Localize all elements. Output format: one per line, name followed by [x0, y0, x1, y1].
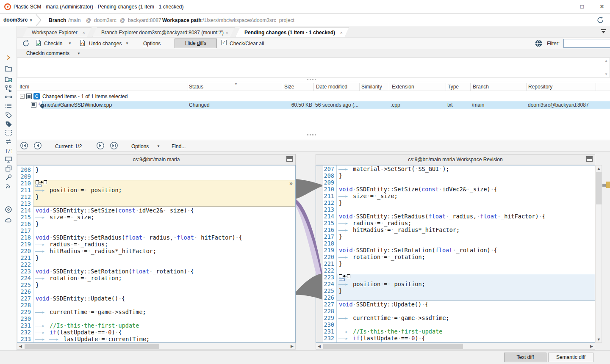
column-header-repository[interactable]: Repository: [528, 84, 552, 90]
maximize-pane-icon[interactable]: [586, 156, 593, 162]
maximize-button[interactable]: □: [573, 0, 591, 13]
check-clear-all-checkbox[interactable]: ✓: [221, 40, 227, 45]
column-header-date-modified[interactable]: Date modified: [316, 84, 347, 90]
sidebar-item-layers[interactable]: [0, 165, 17, 174]
scroll-down-icon[interactable]: ▼: [596, 336, 602, 342]
checkin-comments-header[interactable]: Checkin comments ▼: [17, 49, 610, 58]
code-line: 229currentTime·=·game->ssdTime;: [17, 309, 295, 315]
previous-diff-button[interactable]: [33, 141, 42, 150]
code-line: 219radius·=·_radius;: [17, 241, 295, 248]
options-button[interactable]: Options: [143, 41, 161, 47]
tab-branch-explorer[interactable]: Branch Explorer doom3src@backyard:8087 (…: [92, 27, 235, 37]
checkin-button[interactable]: Checkin: [44, 41, 62, 47]
scroll-right-icon[interactable]: ▶: [588, 343, 595, 349]
column-header-size[interactable]: Size: [284, 84, 294, 90]
diff-left-hscrollbar[interactable]: ◀ ▶: [17, 343, 296, 350]
tab-workspace-explorer[interactable]: Workspace Explorer×: [23, 27, 92, 37]
sidebar-item-label-filled[interactable]: [0, 121, 17, 130]
sidebar-item-list[interactable]: [0, 103, 17, 112]
column-header-status[interactable]: Status: [189, 84, 203, 90]
collapse-expander[interactable]: −: [20, 94, 25, 99]
line-number: 227: [323, 301, 337, 308]
column-separator[interactable]: [313, 83, 314, 91]
sidebar-item-wrench[interactable]: [0, 174, 17, 183]
chevron-down-icon[interactable]: ▼: [68, 41, 72, 45]
column-header-type[interactable]: Type: [448, 84, 459, 90]
sidebar-item-signal[interactable]: [0, 183, 17, 192]
diff-right-hscrollbar[interactable]: ◀ ▶: [316, 343, 595, 350]
semantic-diff-button[interactable]: Semantic diff: [548, 353, 593, 362]
first-diff-button[interactable]: [20, 141, 28, 150]
scroll-up-icon[interactable]: ▲: [604, 59, 608, 63]
column-header-item[interactable]: Item: [19, 84, 29, 90]
scroll-left-icon[interactable]: ◀: [17, 343, 24, 349]
sidebar-item-label[interactable]: [0, 112, 17, 121]
sidebar-item-monitor[interactable]: [0, 156, 17, 165]
maximize-pane-icon[interactable]: [286, 156, 293, 162]
column-separator[interactable]: [470, 83, 471, 91]
scroll-down-icon[interactable]: ▼: [604, 72, 608, 76]
splitter-grip[interactable]: [307, 79, 317, 80]
column-separator[interactable]: [188, 83, 188, 91]
refresh-icon[interactable]: [596, 16, 604, 24]
minimize-button[interactable]: —: [552, 0, 570, 13]
table-row[interactable]: +✓neo\ui\GameSSDWindow.cppChanged56 seco…: [17, 101, 610, 109]
text-diff-button[interactable]: Text diff: [504, 353, 546, 362]
column-separator[interactable]: [526, 83, 527, 91]
sidebar-item-cloud[interactable]: [0, 217, 17, 226]
group-row-changed-items[interactable]: −CChanged items - 1 of 1 items selected: [17, 92, 610, 101]
diff-right-vscrollbar[interactable]: ▲ ▼: [595, 165, 602, 343]
group-checkbox[interactable]: [26, 94, 32, 99]
column-separator[interactable]: [359, 83, 360, 91]
scroll-left-icon[interactable]: ◀: [316, 343, 322, 349]
sidebar-item-branch-tree[interactable]: [0, 85, 17, 94]
checkin-comments-input[interactable]: ▲ ▼: [17, 58, 610, 77]
diff-right-code[interactable]: 207material->SetSort(·SS_GUI·);208}20921…: [316, 165, 595, 343]
column-header-similarity[interactable]: Similarity: [361, 84, 382, 90]
globe-icon[interactable]: [535, 39, 543, 47]
column-separator[interactable]: [446, 83, 446, 91]
chevron-down-icon[interactable]: ▼: [157, 144, 160, 148]
filter-input[interactable]: [563, 39, 610, 48]
diff-overview-ruler[interactable]: [602, 165, 610, 343]
column-separator[interactable]: [596, 83, 596, 91]
sidebar-item-sync-arrows[interactable]: [0, 138, 17, 148]
sidebar-item-chevron-expand[interactable]: [0, 54, 17, 63]
sidebar-item-plastic-logo[interactable]: [0, 206, 17, 215]
moved-block-close-icon[interactable]: ✕: [318, 274, 322, 280]
sidebar-item-changeset-link[interactable]: [0, 94, 17, 103]
repository-selector[interactable]: doom3src ▼: [3, 17, 33, 23]
sidebar-item-selection-dashed[interactable]: [0, 130, 17, 139]
line-number: 222: [323, 267, 337, 274]
hide-diffs-button[interactable]: Hide diffs: [175, 39, 217, 48]
tab-close-icon[interactable]: ×: [340, 28, 343, 38]
chevron-down-icon[interactable]: ▼: [125, 41, 129, 45]
column-separator[interactable]: [389, 83, 389, 91]
tab-pending-changes[interactable]: Pending changes (1 Item - 1 checked)×: [236, 27, 349, 37]
chunk-expand-icon[interactable]: »: [289, 180, 293, 187]
scroll-up-icon[interactable]: ▲: [596, 165, 602, 171]
next-diff-button[interactable]: [96, 141, 105, 150]
splitter-grip[interactable]: [307, 134, 317, 136]
tab-close-icon[interactable]: ×: [226, 28, 228, 38]
sidebar-item-folder-check[interactable]: [0, 76, 17, 85]
diff-options-button[interactable]: Options: [131, 143, 149, 149]
repo-value: doom3src: [94, 17, 116, 23]
column-header-extension[interactable]: Extension: [392, 84, 414, 90]
scroll-right-icon[interactable]: ▶: [289, 343, 295, 349]
tab-list-icon[interactable]: [601, 29, 606, 34]
tab-close-icon[interactable]: ×: [83, 28, 85, 38]
find-button[interactable]: Find...: [172, 143, 186, 149]
code-line: 222: [17, 261, 295, 268]
undo-changes-button[interactable]: Undo changes: [89, 41, 122, 47]
check-clear-all-label[interactable]: Check/Clear all: [230, 41, 264, 47]
sidebar-item-folder[interactable]: [0, 65, 17, 74]
close-button[interactable]: ✕: [593, 0, 610, 13]
item-checkbox[interactable]: [31, 102, 36, 108]
column-header-branch[interactable]: Branch: [473, 84, 489, 90]
refresh-icon[interactable]: [22, 39, 30, 47]
last-diff-button[interactable]: [110, 141, 118, 150]
column-separator[interactable]: [282, 83, 282, 91]
diff-left-code[interactable]: 208}209210void·SSDEntity::SetPosition(co…: [17, 165, 296, 343]
sidebar-item-code-braces[interactable]: {/}: [0, 147, 17, 157]
